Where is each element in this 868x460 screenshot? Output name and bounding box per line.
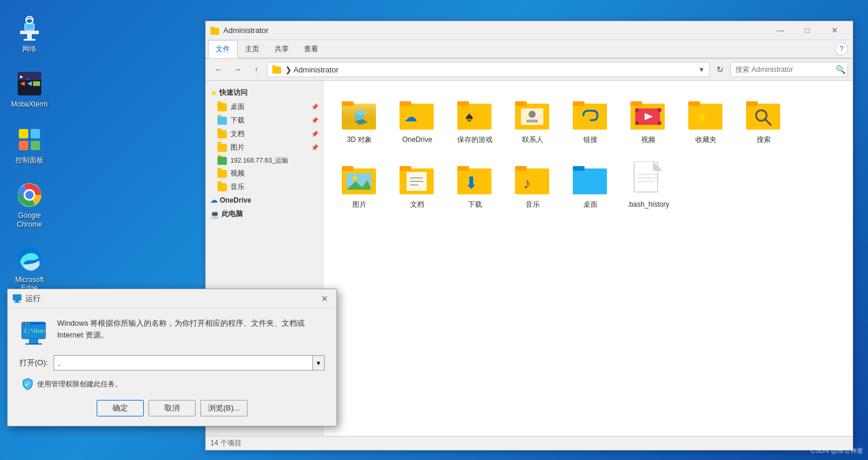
search-input[interactable] bbox=[730, 62, 848, 77]
folder-icon-favorites: ★ bbox=[687, 95, 725, 133]
desktop-folder-icon bbox=[217, 103, 227, 111]
desktop-icon-area: 网络 ▶ _ MobaXterm bbox=[6, 12, 53, 295]
minimize-button[interactable]: — bbox=[767, 21, 794, 40]
pin-icon-documents: 📌 bbox=[311, 131, 318, 137]
explorer-titlebar: Administrator — □ ✕ bbox=[206, 21, 853, 40]
svg-rect-76 bbox=[573, 166, 585, 171]
run-ok-button[interactable]: 确定 bbox=[97, 400, 144, 416]
run-cancel-button[interactable]: 取消 bbox=[148, 400, 196, 416]
file-item-onedrive[interactable]: ☁ OneDrive bbox=[391, 90, 444, 150]
pin-icon-downloads: 📌 bbox=[311, 117, 318, 124]
file-item-documents[interactable]: 文档 bbox=[391, 155, 444, 215]
status-bar: 14 个项目 bbox=[206, 436, 853, 450]
svg-rect-54 bbox=[746, 104, 780, 130]
file-item-search[interactable]: 搜索 bbox=[737, 90, 790, 150]
file-item-music[interactable]: ♪ 音乐 bbox=[506, 155, 559, 215]
desktop-icon-mobaxterm[interactable]: ▶ _ MobaXterm bbox=[6, 67, 53, 111]
svg-rect-12 bbox=[19, 129, 28, 138]
back-button[interactable]: ← bbox=[210, 61, 227, 78]
svg-rect-47 bbox=[658, 108, 661, 112]
sidebar-item-pictures[interactable]: 图片 📌 bbox=[206, 141, 323, 154]
refresh-button[interactable]: ↻ bbox=[712, 62, 728, 77]
sidebar-item-desktop[interactable]: 桌面 📌 bbox=[206, 100, 323, 114]
run-shield-row: ✓ 使用管理权限创建此任务。 bbox=[22, 378, 325, 390]
folder-icon-3d bbox=[341, 95, 378, 133]
file-label-games: 保存的游戏 bbox=[457, 135, 493, 145]
up-button[interactable]: ↑ bbox=[248, 61, 265, 78]
run-command-input[interactable] bbox=[54, 356, 312, 370]
sidebar-item-downloads[interactable]: 下载 📌 bbox=[206, 114, 323, 127]
file-item-pictures[interactable]: 图片 bbox=[333, 155, 386, 215]
file-item-bash-history[interactable]: .bash_history bbox=[622, 155, 675, 215]
svg-rect-48 bbox=[635, 121, 639, 125]
network-folder-icon bbox=[217, 157, 227, 165]
file-item-downloads[interactable]: ⬇ 下载 bbox=[448, 155, 501, 215]
google-chrome-icon bbox=[15, 181, 44, 209]
svg-point-18 bbox=[25, 191, 34, 199]
svg-rect-46 bbox=[635, 108, 639, 112]
window-controls: — □ ✕ bbox=[767, 21, 848, 40]
desktop-icon-google-chrome[interactable]: Google Chrome bbox=[6, 178, 53, 231]
tab-share[interactable]: 共享 bbox=[267, 40, 296, 58]
forward-button[interactable]: → bbox=[229, 61, 246, 78]
file-label-pictures: 图片 bbox=[352, 200, 367, 210]
svg-text:C:\Users\Admin: C:\Users\Admin bbox=[24, 328, 48, 334]
file-item-desktop-folder[interactable]: 桌面 bbox=[564, 155, 617, 215]
quick-access-header[interactable]: ★ 快速访问 bbox=[206, 85, 323, 100]
sidebar-item-network-drive[interactable]: 192.168.77.83_运输 bbox=[206, 154, 323, 167]
onedrive-header[interactable]: ☁ OneDrive bbox=[206, 194, 323, 207]
maximize-button[interactable]: □ bbox=[794, 21, 821, 40]
tab-file[interactable]: 文件 bbox=[208, 40, 237, 58]
file-label-music: 音乐 bbox=[526, 200, 540, 210]
svg-text:♪: ♪ bbox=[523, 174, 531, 192]
ribbon: 文件 主页 共享 查看 ? bbox=[206, 40, 853, 59]
svg-rect-72 bbox=[515, 168, 549, 194]
run-shield-text: 使用管理权限创建此任务。 bbox=[37, 379, 122, 389]
file-grid: 3D 对象 ☁ OneDrive bbox=[324, 81, 853, 436]
file-label-favorites: 收藏夹 bbox=[695, 135, 717, 145]
desktop: 网络 ▶ _ MobaXterm bbox=[0, 0, 868, 460]
run-browse-button[interactable]: 浏览(B)... bbox=[200, 400, 247, 416]
this-pc-header[interactable]: 💻 此电脑 bbox=[206, 207, 323, 221]
file-label-documents: 文档 bbox=[410, 200, 424, 210]
status-text: 14 个项目 bbox=[210, 438, 242, 448]
file-item-3d[interactable]: 3D 对象 bbox=[333, 90, 386, 150]
sidebar-item-videos[interactable]: 视频 bbox=[206, 167, 323, 180]
explorer-title: Administrator bbox=[223, 26, 269, 35]
file-item-links[interactable]: 链接 bbox=[564, 90, 617, 150]
svg-rect-64 bbox=[400, 166, 411, 171]
file-item-contacts[interactable]: 联系人 bbox=[506, 90, 559, 150]
svg-rect-15 bbox=[31, 141, 40, 150]
tab-home[interactable]: 主页 bbox=[237, 40, 267, 58]
desktop-icon-mobaxterm-label: MobaXterm bbox=[11, 100, 48, 108]
close-button[interactable]: ✕ bbox=[821, 21, 848, 40]
desktop-icon-network[interactable]: 网络 bbox=[6, 12, 53, 55]
sidebar-item-documents[interactable]: 文档 📌 bbox=[206, 127, 323, 141]
sidebar-item-music[interactable]: 音乐 bbox=[206, 180, 323, 194]
ribbon-tabs: 文件 主页 共享 查看 ? bbox=[206, 40, 853, 58]
run-close-button[interactable]: ✕ bbox=[318, 292, 332, 306]
svg-rect-85 bbox=[15, 300, 19, 302]
run-dropdown-button[interactable]: ▼ bbox=[312, 356, 324, 370]
help-button[interactable]: ? bbox=[835, 42, 848, 55]
svg-rect-49 bbox=[658, 121, 661, 125]
file-label-onedrive: OneDrive bbox=[402, 135, 433, 145]
address-input[interactable]: ❯ Administrator ▼ bbox=[267, 62, 710, 77]
pictures-folder-icon bbox=[217, 144, 227, 152]
desktop-icon-control-panel[interactable]: 控制面板 bbox=[6, 123, 53, 167]
file-item-video[interactable]: 视频 bbox=[622, 90, 675, 150]
svg-rect-23 bbox=[272, 65, 276, 68]
tab-view[interactable]: 查看 bbox=[296, 40, 326, 58]
svg-point-92 bbox=[22, 323, 24, 325]
desktop-icon-microsoft-edge[interactable]: Microsoft Edge bbox=[6, 243, 53, 295]
shield-icon: ✓ bbox=[22, 378, 34, 390]
svg-rect-21 bbox=[210, 27, 214, 29]
svg-rect-44 bbox=[631, 101, 642, 106]
run-description: Windows 将根据你所输入的名称，为你打开相应的程序、文件夹、文档或 Int… bbox=[57, 317, 325, 346]
folder-icon-games: ♠ bbox=[456, 95, 494, 133]
file-item-games[interactable]: ♠ 保存的游戏 bbox=[448, 90, 501, 150]
run-dialog: 运行 ✕ C:\Users\Admin bbox=[7, 289, 337, 426]
run-input-wrapper[interactable]: ▼ bbox=[54, 355, 325, 370]
svg-rect-1 bbox=[27, 34, 32, 39]
file-item-favorites[interactable]: ★ 收藏夹 bbox=[679, 90, 732, 150]
